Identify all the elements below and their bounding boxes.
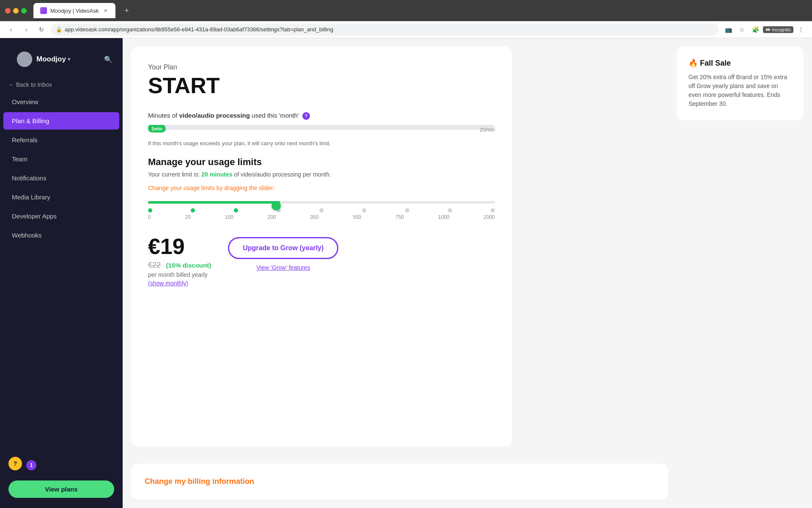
traffic-light-maximize[interactable] <box>21 8 27 14</box>
address-input[interactable]: 🔒 app.videoask.com/app/organizations/8b9… <box>51 24 719 36</box>
sidebar-item-notifications[interactable]: Notifications <box>3 169 119 187</box>
usage-max-label: 20min <box>480 127 495 133</box>
lock-icon: 🔒 <box>56 27 62 33</box>
usage-current-label: 1min <box>148 125 166 133</box>
browser-actions: 📺 ☆ 🧩 🕶 Incognito ⋮ <box>722 24 807 36</box>
manage-title: Manage your usage limits <box>148 157 495 168</box>
back-to-inbox[interactable]: ← Back to Inbox <box>0 77 123 92</box>
usage-section: Minutes of video/audio processing used t… <box>148 112 495 146</box>
slider-thumb[interactable] <box>272 201 281 210</box>
slider-label-20: 20 <box>185 214 190 220</box>
traffic-lights <box>5 8 27 14</box>
show-monthly-toggle[interactable]: (show monthly) <box>148 280 211 287</box>
slider-label-200: 200 <box>267 214 276 220</box>
slider-dot-20 <box>191 208 195 213</box>
nav-refresh-btn[interactable]: ↻ <box>36 24 47 36</box>
slider-dot-0 <box>148 208 152 213</box>
fall-sale-description: Get 20% extra off Brand or 15% extra off… <box>689 73 792 108</box>
plan-name: START <box>148 73 495 98</box>
usage-bar-container: 1min 20min <box>148 125 495 137</box>
billing-info-title: Change my billing information <box>145 477 655 486</box>
sidebar-item-plan-billing[interactable]: Plan & Billing <box>3 112 119 130</box>
slider-label-350: 350 <box>310 214 318 220</box>
nav-forward-btn[interactable]: › <box>20 24 32 36</box>
usage-title-suffix: used this 'month' <box>250 112 299 119</box>
upgrade-button[interactable]: Upgrade to Grow (yearly) <box>228 237 338 259</box>
address-bar: ‹ › ↻ 🔒 app.videoask.com/app/organizatio… <box>0 21 812 38</box>
sidebar-item-media-library[interactable]: Media Library <box>3 188 119 206</box>
plan-card: Your Plan START Minutes of video/audio p… <box>131 47 512 447</box>
pricing-section: €19 €22 (15% discount) per month billed … <box>148 234 495 287</box>
search-button[interactable]: 🔍 <box>102 54 114 65</box>
price-original-row: €22 (15% discount) <box>148 261 211 270</box>
view-features-link[interactable]: View 'Grow' features <box>256 264 310 271</box>
view-plans-button[interactable]: View plans <box>8 480 114 498</box>
incognito-label: Incognito <box>772 27 791 32</box>
avatar-image <box>17 52 32 67</box>
slider-dot-100 <box>234 208 238 213</box>
tab-title: Moodjoy | VideoAsk <box>50 8 99 14</box>
help-button[interactable]: ? <box>8 457 22 470</box>
incognito-icon: 🕶 <box>765 27 770 32</box>
url-text: app.videoask.com/app/organizations/8b955… <box>65 26 333 33</box>
notification-badge[interactable]: 1 <box>26 460 36 470</box>
slider-dot-1000 <box>448 208 452 213</box>
slider-label-750: 750 <box>395 214 404 220</box>
slider-container: 0 20 100 200 350 500 750 1000 2000 <box>148 198 495 220</box>
incognito-badge: 🕶 Incognito <box>763 26 793 33</box>
info-icon[interactable]: ? <box>302 112 310 120</box>
slider-label-2000: 2000 <box>483 214 495 220</box>
currency-symbol: € <box>148 234 160 259</box>
tab-close-btn[interactable]: ✕ <box>102 7 109 14</box>
price-block: €19 €22 (15% discount) per month billed … <box>148 234 211 287</box>
traffic-light-minimize[interactable] <box>13 8 19 14</box>
upgrade-block: Upgrade to Grow (yearly) View 'Grow' fea… <box>228 234 338 271</box>
billing-info-card: Change my billing information <box>131 464 668 500</box>
discount-label: (15% discount) <box>166 262 211 269</box>
new-tab-btn[interactable]: + <box>121 5 132 17</box>
slider-dot-350 <box>319 208 324 213</box>
sidebar-item-overview[interactable]: Overview <box>3 93 119 110</box>
usage-title-prefix: Minutes of <box>148 112 179 119</box>
browser-tab[interactable]: Moodjoy | VideoAsk ✕ <box>33 3 115 18</box>
extensions-icon[interactable]: 🧩 <box>749 24 761 36</box>
cast-icon[interactable]: 📺 <box>722 24 734 36</box>
sidebar-item-webhooks[interactable]: Webhooks <box>3 226 119 244</box>
main-content: Your Plan START Minutes of video/audio p… <box>123 38 812 508</box>
fall-sale-card: 🔥 Fall Sale Get 20% extra off Brand or 1… <box>677 47 804 120</box>
slider-dots <box>148 208 495 213</box>
bookmark-icon[interactable]: ☆ <box>736 24 748 36</box>
slider-dot-750 <box>405 208 409 213</box>
sidebar: Moodjoy ▾ 🔍 ← Back to Inbox Overview Pla… <box>0 38 123 508</box>
sidebar-header: Moodjoy ▾ 🔍 <box>0 38 123 74</box>
fall-sale-title: 🔥 Fall Sale <box>689 58 792 68</box>
slider-track[interactable] <box>148 198 495 207</box>
sidebar-logo: Moodjoy ▾ <box>8 45 79 74</box>
slider-dot-500 <box>362 208 366 213</box>
menu-icon[interactable]: ⋮ <box>795 24 807 36</box>
nav-back-btn[interactable]: ‹ <box>5 24 17 36</box>
usage-bar-background <box>148 125 495 130</box>
manage-subtitle: Your current limit is: 20 minutes of vid… <box>148 171 495 178</box>
usage-title-highlight: video/audio processing <box>179 112 250 119</box>
usage-title: Minutes of video/audio processing used t… <box>148 112 495 120</box>
sidebar-nav: ← Back to Inbox Overview Plan & Billing … <box>0 74 123 457</box>
sidebar-item-team[interactable]: Team <box>3 150 119 168</box>
brand-name[interactable]: Moodjoy ▾ <box>36 55 70 64</box>
fall-sale-title-text: Fall Sale <box>700 59 731 67</box>
brand-dropdown-icon: ▾ <box>68 56 70 62</box>
fall-sale-icon: 🔥 <box>689 59 698 67</box>
sidebar-item-developer-apps[interactable]: Developer Apps <box>3 207 119 225</box>
slider-label-500: 500 <box>353 214 361 220</box>
billing-period: per month billed yearly <box>148 271 211 278</box>
slider-hint: Change your usage limits by dragging the… <box>148 185 495 191</box>
slider-label-0: 0 <box>148 214 151 220</box>
sidebar-item-referrals[interactable]: Referrals <box>3 131 119 149</box>
manage-section: Manage your usage limits Your current li… <box>148 157 495 220</box>
manage-subtitle-highlight: 20 minutes <box>201 171 232 178</box>
plan-label: Your Plan <box>148 64 495 71</box>
usage-note: If this month's usage exceeds your plan,… <box>148 140 495 146</box>
original-price: €22 <box>148 261 161 269</box>
traffic-light-close[interactable] <box>5 8 11 14</box>
price-value: 19 <box>160 234 185 259</box>
